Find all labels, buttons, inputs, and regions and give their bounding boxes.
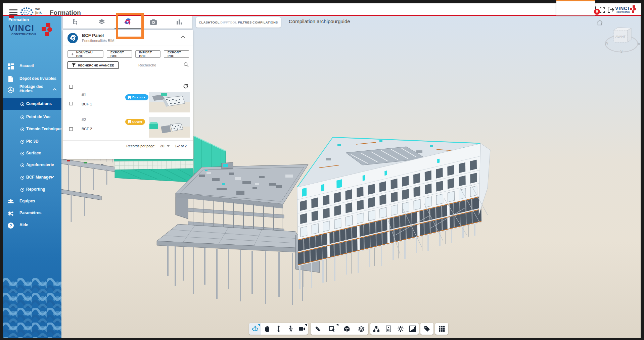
tab-model-tree[interactable]: [63, 16, 89, 29]
chevron-up-icon: [53, 88, 57, 91]
cube-icon: [343, 326, 350, 332]
sidebar-section-label: Formation: [8, 17, 29, 22]
recherche-avancee-button[interactable]: RECHERCHE AVANCÉE: [67, 61, 119, 69]
page-size-select[interactable]: 20: [160, 144, 170, 148]
radio-icon: [20, 151, 25, 156]
application-window: we link in Formation 0 VINCI CONSTRUCTIO…: [0, 0, 644, 340]
layers-stack-icon: [358, 326, 365, 332]
storeys-icon: [386, 326, 391, 332]
tab-difftool[interactable]: DIFFTOOL: [220, 20, 237, 24]
sidebar-item-agroforesterie[interactable]: Agroforesterie: [3, 159, 61, 171]
select-box-tool[interactable]: [325, 323, 339, 335]
bcf-panel-title: BCF Panel: [82, 33, 104, 38]
search-input[interactable]: Recherche: [138, 61, 188, 69]
grid-tool[interactable]: [435, 323, 448, 335]
video-camera-icon: [299, 327, 306, 331]
unity-icon: [7, 87, 14, 93]
tab-stats[interactable]: [167, 16, 192, 29]
tab-clashtool[interactable]: CLASHTOOL: [199, 20, 220, 24]
row-checkbox[interactable]: [69, 102, 73, 105]
radio-icon: [20, 188, 25, 192]
hierarchy-tool[interactable]: [370, 323, 382, 335]
radio-icon: [20, 176, 25, 180]
tab-filtres[interactable]: FILTRES: [238, 20, 252, 24]
sidebar-item-bcf-manager[interactable]: BCF Manager: [3, 172, 61, 183]
sidebar-item-parametres[interactable]: Paramètres: [3, 207, 61, 219]
svg-text:W: W: [605, 41, 608, 45]
orbit-icon: [252, 326, 259, 332]
help-icon: ?: [7, 222, 14, 229]
orbit-tool[interactable]: [249, 323, 261, 335]
tag-tool-group: [420, 323, 433, 335]
nouveau-bcf-button[interactable]: +NOUVEAU BCF: [67, 50, 103, 58]
storeys-tool[interactable]: [382, 323, 395, 335]
camera-icon: [150, 19, 157, 26]
sidebar-item-aide[interactable]: ? Aide: [3, 220, 61, 231]
sidebar-wave-decoration: [3, 278, 61, 338]
fullscreen-icon[interactable]: [600, 7, 605, 13]
select-all-checkbox[interactable]: [69, 85, 73, 89]
model-tool-group: [311, 323, 368, 335]
up-down-arrow-icon: [276, 326, 281, 332]
document-icon: [7, 76, 14, 83]
layers-tool[interactable]: [354, 323, 368, 335]
logout-icon[interactable]: [608, 7, 614, 13]
export-bcf-button[interactable]: EXPORT BCF: [107, 50, 132, 58]
sidebar-item-accueil[interactable]: Accueil: [3, 60, 61, 72]
gear-icon: [7, 210, 14, 217]
svg-text:VINCI: VINCI: [9, 23, 35, 33]
pan-tool[interactable]: [261, 323, 273, 335]
filter-icon: [72, 63, 76, 67]
row-checkbox[interactable]: [69, 127, 73, 131]
radio-icon: [20, 115, 25, 119]
nav-tool-group: [249, 323, 308, 335]
background-tool[interactable]: [407, 323, 419, 335]
sidebar-item-pilotage-des-etudes[interactable]: Pilotage des études: [3, 84, 61, 97]
elevation-tool[interactable]: [273, 323, 284, 335]
chevron-down-icon: [50, 176, 54, 179]
tab-compilations[interactable]: COMPILATIONS: [252, 20, 278, 24]
tag-icon: [424, 326, 430, 332]
export-pdf-button[interactable]: EXPORT PDF: [164, 50, 189, 58]
import-bcf-button[interactable]: IMPORT BCF: [135, 50, 160, 58]
measure-tool[interactable]: [311, 323, 325, 335]
radio-icon: [20, 163, 25, 167]
sidebar-item-surface[interactable]: Surface: [3, 148, 61, 159]
sidebar-item-pic-3d[interactable]: Pic 3D: [3, 136, 61, 147]
sidebar-item-compilations[interactable]: Compilations: [3, 98, 61, 110]
select-box-icon: [329, 326, 336, 332]
bcf-thumbnail-1: [149, 92, 190, 112]
top-header-bar: we link in Formation: [3, 3, 641, 15]
tag-tool[interactable]: [420, 323, 433, 335]
compilation-title: Compilation archipourguide: [289, 18, 350, 24]
svg-text:E: E: [638, 41, 640, 45]
settings-tool[interactable]: [395, 323, 407, 335]
sidebar-item-equipes[interactable]: Equipes: [3, 196, 61, 207]
person-icon: [288, 326, 292, 332]
sidebar-item-reporting[interactable]: Reporting: [3, 184, 61, 195]
cube-tool[interactable]: [339, 323, 354, 335]
sidebar-item-temoin-technique[interactable]: Témoin Technique: [3, 124, 61, 135]
menu-hamburger-icon[interactable]: [9, 9, 17, 15]
walk-tool[interactable]: [284, 323, 296, 335]
home-icon[interactable]: [596, 20, 603, 26]
tab-layers[interactable]: [89, 16, 114, 29]
hierarchy-icon: [373, 326, 380, 332]
bcf-row-1[interactable]: #1 BCF 1 En cours: [63, 91, 193, 115]
bcf-row-2[interactable]: #2 BCF 2 Ouvert: [63, 116, 193, 140]
sidebar-item-depot-des-livrables[interactable]: Dépôt des livrables: [3, 73, 61, 85]
sun-gear-icon: [397, 326, 404, 332]
svg-text:?: ?: [9, 223, 12, 228]
search-icon[interactable]: [184, 62, 189, 67]
navigation-cube[interactable]: W S E AVANT: [604, 26, 641, 54]
radio-icon: [20, 127, 25, 132]
red-marker: [9, 15, 14, 18]
tab-camera[interactable]: [141, 16, 167, 29]
grid-tool-group: [435, 323, 448, 335]
video-camera-tool[interactable]: [296, 323, 308, 335]
status-badge: En cours: [125, 94, 148, 100]
records-per-page-label: Records per page:: [126, 144, 155, 148]
refresh-icon[interactable]: [183, 84, 188, 89]
collapse-chevron-icon[interactable]: [181, 35, 185, 38]
sidebar-item-point-de-vue[interactable]: Point de Vue: [3, 111, 61, 123]
